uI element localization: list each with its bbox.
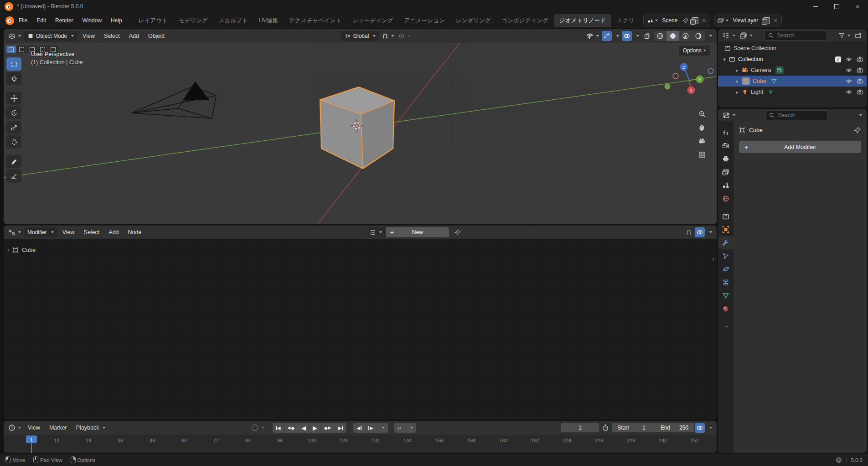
tab-particles[interactable]: [718, 249, 734, 262]
next-keyframe-button[interactable]: ◆▶: [321, 423, 335, 433]
workspace-tab-scripting[interactable]: スクリ: [611, 14, 640, 27]
new-node-tree-button[interactable]: + New: [386, 227, 449, 237]
snap-playhead-button[interactable]: ∩: [394, 423, 405, 433]
show-object-types-button[interactable]: [584, 31, 601, 41]
viewport-menu-view[interactable]: View: [78, 31, 99, 41]
tab-object[interactable]: [718, 223, 734, 236]
collection-checkbox[interactable]: ✓: [835, 56, 841, 62]
node-overlays-dropdown[interactable]: [706, 227, 714, 237]
render-visibility-icon[interactable]: [857, 78, 863, 84]
tab-output[interactable]: [718, 152, 734, 165]
outliner-row-camera[interactable]: ▸ Camera: [718, 65, 867, 76]
camera-view-icon[interactable]: [698, 138, 706, 145]
outliner-editor-type-button[interactable]: [721, 31, 737, 41]
tab-constraints[interactable]: [718, 276, 734, 289]
outliner-row-scene-collection[interactable]: Scene Collection: [718, 43, 867, 54]
outliner-search-input[interactable]: [776, 32, 824, 39]
mode-selector[interactable]: Object Mode: [24, 31, 78, 41]
tab-object-data[interactable]: [718, 289, 734, 302]
node-tree-type-selector[interactable]: Modifier: [24, 227, 57, 237]
outliner-row-light[interactable]: ▸ Light: [718, 87, 867, 97]
camera-data-icon[interactable]: [775, 66, 784, 74]
play-reverse-button[interactable]: ◀: [298, 423, 310, 433]
workspace-tab-uv[interactable]: UV編集: [253, 14, 284, 27]
viewport-menu-add[interactable]: Add: [125, 31, 143, 41]
editor-type-button[interactable]: [6, 31, 23, 41]
scene-browse-button[interactable]: [646, 17, 659, 24]
expand-arrow-icon[interactable]: ›: [7, 246, 9, 253]
tab-render[interactable]: [718, 139, 734, 152]
menu-render[interactable]: Render: [51, 15, 78, 26]
playhead-badge[interactable]: 1: [26, 435, 37, 443]
frame-step-dropdown[interactable]: [377, 423, 388, 433]
maximize-button[interactable]: [826, 0, 847, 13]
workspace-tab-modeling[interactable]: モデリング: [173, 14, 213, 27]
viewlayer-browse-button[interactable]: [716, 17, 730, 24]
tool-rotate[interactable]: [6, 106, 21, 119]
render-visibility-icon[interactable]: [857, 67, 863, 73]
shading-material-button[interactable]: [679, 31, 692, 41]
properties-editor-type-button[interactable]: [721, 110, 737, 120]
timeline-menu-playback[interactable]: Playback: [72, 423, 103, 433]
breadcrumb-object-name[interactable]: Cube: [749, 127, 763, 133]
close-button[interactable]: ×: [847, 0, 868, 13]
xray-toggle[interactable]: [642, 31, 653, 41]
render-visibility-icon[interactable]: [857, 56, 863, 62]
node-editor-type-button[interactable]: [6, 227, 23, 237]
proportional-editing-button[interactable]: [397, 31, 412, 41]
end-label[interactable]: End: [661, 425, 670, 431]
viewlayer-remove-button[interactable]: ✕: [771, 17, 780, 24]
new-collection-button[interactable]: [853, 31, 864, 41]
auto-keying-toggle[interactable]: [250, 423, 266, 433]
node-pin-icon[interactable]: [453, 227, 463, 237]
tab-material[interactable]: [718, 302, 734, 315]
workspace-tab-sculpting[interactable]: スカルプト: [213, 14, 253, 27]
render-visibility-icon[interactable]: [857, 89, 863, 95]
viewlayer-name[interactable]: ViewLayer: [733, 17, 758, 24]
scene-unlink-button[interactable]: ✕: [700, 17, 708, 24]
properties-options-dropdown[interactable]: [856, 110, 864, 120]
workspace-tab-layout[interactable]: レイアウト: [133, 14, 173, 27]
timeline-menu-marker[interactable]: Marker: [45, 423, 71, 433]
scene-name[interactable]: Scene: [662, 17, 677, 24]
overlays-toggle[interactable]: [622, 31, 632, 41]
hide-eye-icon[interactable]: [846, 67, 852, 73]
transform-orientation-selector[interactable]: Global: [341, 31, 380, 41]
light-data-icon[interactable]: [768, 89, 774, 95]
playhead-line[interactable]: [31, 443, 32, 453]
workspace-tab-rendering[interactable]: レンダリング: [450, 14, 496, 27]
hide-eye-icon[interactable]: [846, 89, 852, 95]
play-button[interactable]: ▶: [310, 423, 321, 433]
gizmos-dropdown[interactable]: [613, 31, 621, 41]
tab-view-layer[interactable]: [718, 165, 734, 179]
select-mode-new[interactable]: [6, 46, 16, 53]
tool-measure[interactable]: [6, 169, 21, 183]
prev-keyframe-button[interactable]: ◀◆: [284, 423, 298, 433]
jump-to-start-button[interactable]: ◀: [273, 423, 284, 433]
tab-physics[interactable]: [718, 262, 734, 276]
node-canvas[interactable]: › Cube ‹: [4, 239, 717, 420]
zoom-icon[interactable]: [698, 110, 706, 118]
end-value[interactable]: 250: [675, 425, 688, 431]
workspace-tab-geometry-nodes[interactable]: ジオメトリノード: [554, 14, 611, 27]
start-value[interactable]: 1: [634, 425, 646, 431]
add-modifier-button[interactable]: + Add Modifier: [739, 141, 861, 153]
workspace-tab-shading[interactable]: シェーディング: [347, 14, 398, 27]
timeline-overlay-toggle[interactable]: [695, 423, 705, 433]
expand-chevron-icon[interactable]: ▸: [734, 78, 740, 84]
outliner-search[interactable]: [765, 31, 827, 41]
expand-chevron-icon[interactable]: ▸: [734, 67, 740, 73]
tool-scale[interactable]: [6, 121, 21, 134]
node-group-browse-button[interactable]: [367, 227, 385, 237]
node-menu-node[interactable]: Node: [124, 227, 146, 237]
tool-move[interactable]: [6, 92, 21, 105]
tool-select-box[interactable]: [6, 57, 21, 71]
jump-to-end-button[interactable]: ▶: [335, 423, 346, 433]
scene-new-button[interactable]: [690, 17, 700, 24]
shading-wireframe-button[interactable]: [654, 31, 666, 41]
workspace-tab-animation[interactable]: アニメーション: [398, 14, 450, 27]
blender-menu-icon[interactable]: [5, 16, 14, 25]
hide-eye-icon[interactable]: [846, 78, 852, 84]
scene-pin-icon[interactable]: [681, 17, 690, 24]
viewport-menu-object[interactable]: Object: [144, 31, 169, 41]
